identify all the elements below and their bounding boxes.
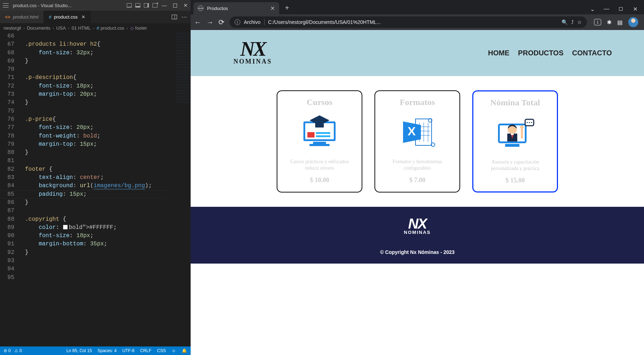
address-bar[interactable]: i Archivo C:/Users/nestorgil/Documents/U… [230, 16, 587, 28]
url-text: C:/Users/nestorgil/Documents/USA/01%20HT… [268, 19, 558, 25]
feedback-icon[interactable]: ☺ [172, 348, 176, 353]
tab-label: product.html [13, 14, 39, 20]
panel-layout-icon[interactable] [135, 3, 140, 8]
svg-point-28 [527, 122, 528, 123]
globe-icon [198, 5, 203, 11]
maximize-icon[interactable] [618, 6, 623, 11]
tab-product-css[interactable]: # product.css ✕ [44, 11, 91, 23]
nav-link-contacto[interactable]: CONTACTO [572, 49, 612, 57]
svg-point-29 [529, 122, 530, 123]
site-logo: NX NOMINAS [233, 41, 272, 65]
new-tab-button[interactable]: + [282, 3, 292, 13]
site-footer: NX NOMINAS © Copyright Nx Nóminas - 2023 [191, 207, 644, 264]
product-title: Nómina Total [479, 98, 551, 108]
product-price: $ 10.00 [283, 176, 356, 184]
crumb[interactable]: product.css [101, 25, 124, 31]
svg-rect-3 [316, 132, 330, 134]
site-info-icon[interactable]: i [235, 19, 240, 25]
product-title: Formatos [381, 98, 454, 107]
svg-point-30 [531, 122, 532, 123]
product-card-formatos[interactable]: Formatos X [374, 90, 460, 192]
product-price: $ 15.00 [479, 177, 551, 184]
extensions-count[interactable]: 1 [594, 19, 601, 25]
product-price: $ 7.00 [381, 176, 454, 184]
close-icon[interactable]: ✕ [183, 2, 188, 8]
breadcrumb[interactable]: nestorgil› Documents› USA› 01 HTML› # pr… [0, 24, 191, 32]
crumb[interactable]: nestorgil [4, 25, 21, 31]
layout-icons[interactable] [127, 3, 157, 8]
browser-tab[interactable]: Productos ✕ [193, 2, 279, 14]
code-editor[interactable]: 66 67 68 69 70 71 72 73 74 75 76 77 78 7… [0, 32, 191, 346]
svg-rect-31 [521, 128, 523, 139]
svg-rect-2 [307, 132, 315, 138]
crumb[interactable]: footer [135, 25, 147, 31]
svg-rect-22 [505, 144, 519, 147]
crumb[interactable]: USA [56, 25, 66, 31]
encoding[interactable]: UTF-8 [122, 348, 135, 353]
svg-rect-4 [316, 135, 330, 137]
browser-toolbar: ← → ⟳ i Archivo C:/Users/nestorgil/Docum… [191, 14, 644, 30]
product-card-cursos[interactable]: Cursos Cursos prácticos y enfocados [277, 90, 362, 192]
side-panel-icon[interactable]: ▤ [617, 19, 623, 26]
main-nav: HOME PRODUCTOS CONTACTO [488, 49, 612, 57]
product-description: Asesoría y capacitación personalizada y … [479, 159, 551, 172]
profile-avatar[interactable] [628, 17, 638, 27]
crumb[interactable]: 01 HTML [72, 25, 91, 31]
url-scheme: Archivo [244, 19, 261, 25]
panel-layout-icon[interactable] [144, 3, 149, 8]
share-icon[interactable]: ⤴ [571, 19, 574, 25]
bookmark-icon[interactable]: ☆ [577, 19, 582, 25]
cursor-position[interactable]: Ln 85, Col 15 [66, 348, 92, 353]
editor-tabs: <> product.html # product.css ✕ ⋯ [0, 11, 191, 24]
language-mode[interactable]: CSS [157, 348, 166, 353]
tab-label: product.css [54, 14, 77, 20]
nav-link-home[interactable]: HOME [488, 49, 509, 57]
svg-rect-5 [313, 142, 326, 144]
crumb[interactable]: Documents [27, 25, 50, 31]
footer-logo-sub: NOMINAS [191, 230, 644, 235]
maximize-icon[interactable] [173, 4, 177, 8]
footer-logo-text: NX [191, 218, 644, 230]
html-file-icon: <> [5, 14, 10, 20]
tab-close-icon[interactable]: ✕ [270, 5, 275, 12]
vscode-titlebar: product.css - Visual Studio... — ✕ [0, 0, 191, 11]
products-list: Cursos Cursos prácticos y enfocados [191, 76, 644, 207]
forward-button[interactable]: → [206, 18, 213, 26]
svg-rect-26 [511, 134, 514, 135]
reload-button[interactable]: ⟳ [218, 18, 225, 26]
product-image-icon [296, 111, 343, 154]
svg-rect-8 [315, 123, 324, 128]
bell-icon[interactable]: 🔔 [182, 348, 187, 353]
warnings-icon[interactable]: ⚠ 0 [14, 348, 22, 353]
product-description: Cursos prácticos y enfocados reducir err… [283, 159, 356, 171]
minimize-icon[interactable]: — [162, 2, 167, 8]
zoom-icon[interactable]: 🔍 [562, 19, 568, 25]
browser-window: Productos ✕ + ⌄ — ✕ ← → ⟳ i Archivo C:/U… [191, 0, 644, 355]
panel-layout-icon[interactable] [127, 3, 132, 8]
symbol-icon: ◇ [130, 25, 134, 31]
product-card-nomina[interactable]: Nómina Total [472, 90, 558, 192]
minimize-icon[interactable]: — [604, 6, 609, 11]
split-editor-icon[interactable] [172, 15, 177, 19]
tab-close-icon[interactable]: ✕ [81, 14, 85, 20]
indentation[interactable]: Spaces: 4 [97, 348, 116, 353]
page-content: NX NOMINAS HOME PRODUCTOS CONTACTO Curso… [191, 30, 644, 355]
panel-layout-icon[interactable] [152, 3, 157, 8]
problems-icon[interactable]: ⊘ 0 [4, 348, 11, 353]
close-icon[interactable]: ✕ [633, 6, 638, 11]
logo-text: NX [233, 41, 272, 58]
divider [264, 19, 265, 25]
window-title: product.css - Visual Studio... [13, 3, 122, 8]
chevron-down-icon[interactable]: ⌄ [590, 6, 595, 11]
tab-product-html[interactable]: <> product.html [0, 11, 44, 23]
eol[interactable]: CRLF [140, 348, 151, 353]
product-description: Formatos y herramientas configurables [381, 159, 454, 171]
menu-icon[interactable] [3, 2, 9, 8]
more-actions-icon[interactable]: ⋯ [181, 14, 187, 20]
css-file-icon: # [96, 25, 99, 31]
back-button[interactable]: ← [194, 18, 201, 26]
css-file-icon: # [49, 14, 51, 20]
extensions-icon[interactable]: ✱ [607, 19, 612, 26]
tab-title: Productos [207, 6, 228, 11]
nav-link-productos[interactable]: PRODUCTOS [518, 49, 563, 57]
